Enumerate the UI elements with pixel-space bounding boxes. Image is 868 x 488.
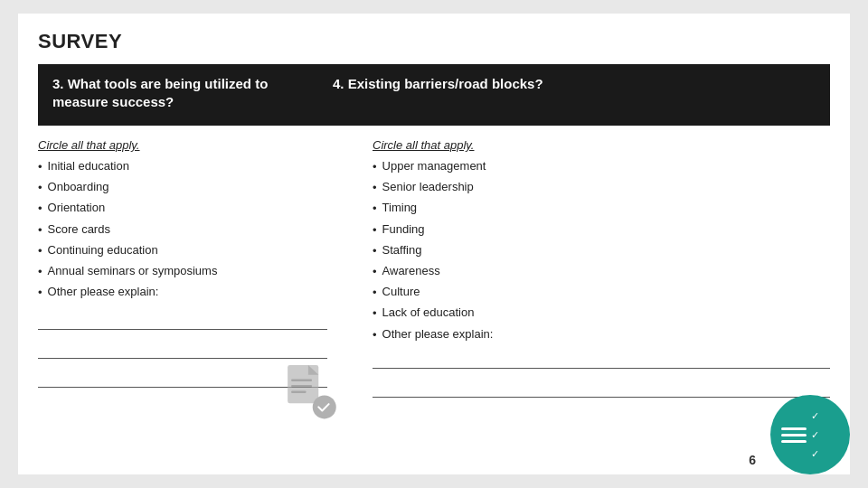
list-item: Onboarding [38,180,327,196]
underline-5 [373,381,830,398]
question-3-label: 3. What tools are being utilized to meas… [52,76,268,109]
page: SURVEY 3. What tools are being utilized … [18,14,850,474]
list-item: Lack of education [373,305,830,322]
checkmark-2: ✓ [811,429,819,441]
list-item: Awareness [373,264,830,280]
list-item: Funding [373,222,830,239]
list-item: Initial education [38,159,327,175]
right-circle-label: Circle all that apply. [373,138,830,152]
page-title: SURVEY [38,30,830,53]
right-column: Circle all that apply. Upper management … [345,138,830,410]
content-row: Circle all that apply. Initial education… [38,138,830,410]
list-item: Culture [373,285,830,301]
list-line-1 [781,427,807,430]
list-item: Orientation [38,201,327,217]
underline-2 [38,343,327,359]
list-item: Other please explain: [373,327,830,343]
list-item: Timing [373,201,830,217]
list-item: Upper management [373,159,830,175]
list-item: Senior leadership [373,180,830,196]
document-icon [280,361,339,420]
list-line-3 [781,440,807,443]
svg-rect-3 [291,385,312,387]
question-3-box: 3. What tools are being utilized to meas… [38,64,318,126]
svg-point-5 [313,395,336,418]
check-marks: ✓ ✓ ✓ [811,410,819,460]
list-item: Score cards [38,222,327,239]
page-number: 6 [749,453,756,467]
underline-1 [38,314,327,330]
right-lines [373,352,830,398]
checkmark-3: ✓ [811,448,819,460]
right-list: Upper management Senior leadership Timin… [373,159,830,343]
checkmark-1: ✓ [811,410,819,422]
left-circle-label: Circle all that apply. [38,138,327,152]
list-item: Other please explain: [38,285,327,301]
list-item: Annual seminars or symposiums [38,264,327,280]
questions-row: 3. What tools are being utilized to meas… [38,64,830,126]
svg-rect-4 [291,391,306,393]
question-4-box: 4. Existing barriers/road blocks? [318,64,830,126]
list-item: Continuing education [38,243,327,259]
list-lines-icon [781,427,807,443]
svg-rect-2 [291,380,312,381]
list-line-2 [781,434,807,436]
teal-checklist-icon: ✓ ✓ ✓ [770,395,850,474]
left-list: Initial education Onboarding Orientation… [38,159,327,301]
list-item: Staffing [373,243,830,259]
question-4-label: 4. Existing barriers/road blocks? [333,76,543,91]
underline-4 [373,352,830,369]
